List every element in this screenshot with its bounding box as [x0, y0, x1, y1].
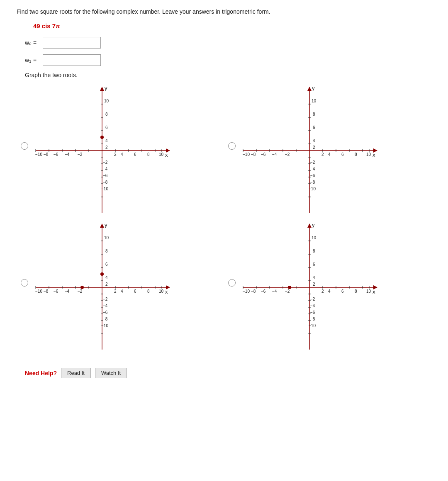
- graph-cell-bottom-right: y x −10 −8 −6 −4 −2 2 4 6: [224, 221, 431, 354]
- graph-cell-top-right: y x −10 −8 −6 −4 −2 2 4 6: [224, 84, 431, 217]
- svg-text:−10: −10: [243, 289, 250, 294]
- svg-text:6: 6: [134, 152, 136, 157]
- svg-marker-94: [100, 223, 104, 228]
- radio-bottom-right[interactable]: [228, 279, 236, 287]
- svg-text:6: 6: [313, 262, 315, 267]
- svg-text:4: 4: [313, 275, 315, 280]
- svg-text:8: 8: [105, 112, 108, 117]
- w1-label: w₁ =: [25, 57, 39, 63]
- svg-text:−6: −6: [103, 310, 108, 315]
- svg-text:8: 8: [147, 152, 150, 157]
- svg-text:10: 10: [159, 289, 164, 294]
- svg-text:2: 2: [321, 152, 324, 157]
- graph-cell-bottom-left: y x −10 −8 −6 −4 −2 2 4 6: [17, 221, 224, 354]
- svg-text:8: 8: [105, 249, 108, 253]
- svg-text:8: 8: [147, 289, 150, 294]
- svg-text:4: 4: [105, 275, 108, 280]
- graph-wrapper-top-right: y x −10 −8 −6 −4 −2 2 4 6: [239, 84, 380, 217]
- svg-marker-2: [100, 87, 104, 91]
- read-it-button[interactable]: Read It: [61, 368, 91, 378]
- w1-input[interactable]: [43, 54, 101, 66]
- svg-text:6: 6: [105, 262, 108, 267]
- svg-text:−6: −6: [310, 173, 315, 178]
- point-bottom-right: [288, 286, 291, 289]
- question-text: Find two square roots for the following …: [17, 8, 431, 15]
- svg-text:10: 10: [312, 99, 317, 103]
- svg-text:−4: −4: [272, 152, 277, 157]
- svg-text:−10: −10: [35, 289, 42, 294]
- svg-text:−8: −8: [251, 152, 256, 157]
- svg-text:6: 6: [313, 125, 315, 130]
- svg-text:4: 4: [121, 152, 123, 157]
- graph-wrapper-bottom-left: y x −10 −8 −6 −4 −2 2 4 6: [32, 221, 173, 354]
- svg-text:6: 6: [134, 289, 136, 294]
- graph-label: Graph the two roots.: [25, 72, 431, 78]
- graph-svg-top-right: y x −10 −8 −6 −4 −2 2 4 6: [239, 84, 380, 217]
- svg-text:−10: −10: [35, 152, 42, 157]
- svg-text:−4: −4: [103, 167, 108, 171]
- svg-marker-48: [307, 87, 312, 91]
- svg-text:−4: −4: [310, 304, 315, 308]
- w1-row: w₁ =: [25, 54, 431, 66]
- svg-text:10: 10: [104, 236, 109, 240]
- svg-text:−10: −10: [309, 323, 316, 328]
- svg-text:6: 6: [341, 289, 344, 294]
- svg-text:10: 10: [366, 152, 371, 157]
- svg-text:−4: −4: [272, 289, 277, 294]
- svg-text:−2: −2: [103, 160, 108, 165]
- point-bottom-left-top: [100, 272, 104, 276]
- radio-top-right[interactable]: [228, 142, 236, 150]
- graph-row-bottom: y x −10 −8 −6 −4 −2 2 4 6: [17, 221, 431, 354]
- graph-svg-bottom-left: y x −10 −8 −6 −4 −2 2 4 6: [32, 221, 173, 354]
- svg-text:−2: −2: [285, 152, 290, 157]
- svg-text:6: 6: [341, 152, 344, 157]
- svg-text:−10: −10: [243, 152, 250, 157]
- svg-text:8: 8: [313, 249, 315, 253]
- radio-top-left[interactable]: [21, 142, 28, 150]
- svg-text:−4: −4: [65, 289, 70, 294]
- svg-text:10: 10: [366, 289, 371, 294]
- svg-text:−8: −8: [44, 152, 49, 157]
- svg-text:y: y: [312, 222, 315, 228]
- point-bottom-left-bottom: [80, 286, 84, 289]
- svg-text:10: 10: [104, 99, 109, 103]
- svg-text:−10: −10: [101, 187, 108, 191]
- svg-text:8: 8: [355, 289, 357, 294]
- svg-text:2: 2: [105, 282, 108, 287]
- svg-text:−10: −10: [309, 187, 316, 191]
- svg-text:−8: −8: [103, 180, 108, 185]
- svg-text:2: 2: [105, 145, 108, 150]
- svg-text:6: 6: [105, 125, 108, 130]
- svg-text:−2: −2: [310, 160, 315, 165]
- svg-text:−2: −2: [103, 297, 108, 301]
- graph-row-top: y x −10 −8 −6 −4 −2 2: [17, 84, 431, 217]
- need-help-label: Need Help?: [25, 370, 57, 377]
- svg-text:−6: −6: [310, 310, 315, 315]
- svg-text:8: 8: [313, 112, 315, 117]
- svg-text:2: 2: [321, 289, 324, 294]
- svg-text:−8: −8: [310, 180, 315, 185]
- w0-label: w₀ =: [25, 39, 39, 46]
- svg-text:−8: −8: [251, 289, 256, 294]
- svg-text:y: y: [105, 222, 107, 228]
- svg-text:−6: −6: [261, 152, 266, 157]
- svg-text:−6: −6: [261, 289, 266, 294]
- svg-text:−8: −8: [44, 289, 49, 294]
- svg-text:−6: −6: [54, 152, 58, 157]
- svg-text:8: 8: [355, 152, 357, 157]
- svg-text:4: 4: [121, 289, 123, 294]
- svg-text:−2: −2: [78, 289, 83, 294]
- svg-text:x: x: [165, 152, 168, 158]
- svg-text:x: x: [373, 289, 375, 295]
- graph-svg-bottom-right: y x −10 −8 −6 −4 −2 2 4 6: [239, 221, 380, 354]
- svg-text:−4: −4: [310, 167, 315, 171]
- svg-text:−2: −2: [310, 297, 315, 301]
- watch-it-button[interactable]: Watch It: [95, 368, 127, 378]
- graph-wrapper-bottom-right: y x −10 −8 −6 −4 −2 2 4 6: [239, 221, 380, 354]
- svg-text:−4: −4: [103, 304, 108, 308]
- svg-text:x: x: [165, 289, 168, 295]
- graph-wrapper-top-left: y x −10 −8 −6 −4 −2 2: [32, 84, 173, 217]
- radio-bottom-left[interactable]: [21, 279, 28, 287]
- w0-input[interactable]: [43, 37, 101, 49]
- svg-text:4: 4: [105, 138, 108, 143]
